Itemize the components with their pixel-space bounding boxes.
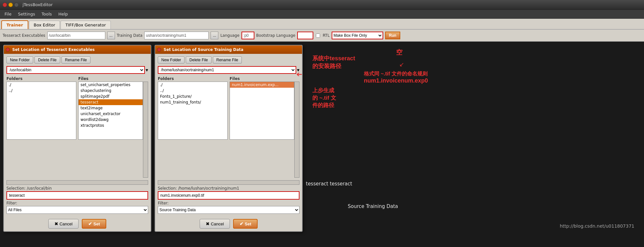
window-controls[interactable] bbox=[3, 3, 19, 7]
folders-list-left[interactable]: ./ ../ bbox=[6, 82, 76, 140]
footer-url: http://blog.csdn.net/u011807371 bbox=[560, 223, 635, 229]
maximize-button[interactable] bbox=[14, 3, 19, 7]
list-item[interactable]: num1_training_fonts/ bbox=[158, 99, 227, 105]
set-button-left[interactable]: ✔ Set bbox=[82, 219, 106, 229]
tesseract-dialog-titlebar: Set Location of Tesseract Executables bbox=[4, 45, 151, 54]
rtl-label: RTL bbox=[323, 33, 329, 38]
path-dropdown-left[interactable]: /usr/local/bin bbox=[6, 66, 145, 74]
annotation-tesseract-note: tesseract tesseract bbox=[306, 181, 352, 187]
annotation-source-note: Source Training Data bbox=[348, 203, 398, 209]
selection-input-right[interactable] bbox=[158, 191, 299, 200]
cancel-icon: ✖ bbox=[54, 221, 58, 226]
list-item[interactable]: unicharset_extractor bbox=[79, 111, 143, 117]
cancel-button-right[interactable]: ✖ Cancel bbox=[200, 219, 230, 229]
list-item[interactable]: ../ bbox=[7, 88, 76, 94]
list-item-tif[interactable]: num1.invoicenum.exp... bbox=[230, 82, 294, 88]
source-dialog-titlebar: Set Location of Source Training Data bbox=[155, 45, 302, 54]
source-training-dialog: Set Location of Source Training Data New… bbox=[155, 45, 303, 232]
scrollbar-right[interactable] bbox=[294, 82, 299, 178]
folders-list-right[interactable]: ./ ../ Fonts_1_picture/ num1_training_fo… bbox=[158, 82, 228, 140]
tesseract-executables-input[interactable] bbox=[47, 32, 105, 39]
hscroll-left[interactable] bbox=[6, 180, 148, 185]
tabbar: Trainer Box Editor TIFF/Box Generator bbox=[0, 19, 644, 30]
dialog-close-button[interactable] bbox=[6, 48, 10, 52]
language-label: Language bbox=[220, 33, 239, 38]
path-dropdown-right[interactable]: /home/lushan/ocrtraining/num1 bbox=[158, 66, 296, 74]
set-icon: ✔ bbox=[88, 221, 92, 226]
dialog2-close-button[interactable] bbox=[157, 48, 161, 52]
filter-label-right: Filter: bbox=[158, 201, 299, 205]
tab-tiff-box[interactable]: TIFF/Box Generator bbox=[61, 21, 110, 29]
menu-help[interactable]: Help bbox=[55, 10, 71, 18]
minimize-button[interactable] bbox=[8, 3, 13, 7]
list-item[interactable]: ./ bbox=[7, 82, 76, 88]
tesseract-dialog-title: Set Location of Tesseract Executables bbox=[12, 47, 95, 52]
annotation-tesseract-path: 系统中tesseract 的安装路径 bbox=[312, 54, 355, 70]
files-list-right[interactable]: num1.invoicenum.exp... bbox=[230, 82, 294, 140]
folders-label-right: Folders bbox=[158, 76, 228, 81]
files-panel-right: Files num1.invoicenum.exp... bbox=[230, 76, 299, 178]
list-item[interactable]: wordlist2dawg bbox=[79, 117, 143, 123]
list-item[interactable]: shapeclustering bbox=[79, 88, 143, 94]
browse-executables-button[interactable]: ... bbox=[107, 32, 115, 39]
scrollbar-left[interactable] bbox=[143, 82, 148, 178]
arrow-left: ➔ bbox=[296, 71, 302, 79]
path-row-left: /usr/local/bin ▼ bbox=[6, 66, 148, 74]
training-data-label: Training Data bbox=[117, 33, 143, 38]
files-list-left[interactable]: set_unicharset_properties shapeclusterin… bbox=[78, 82, 143, 140]
new-folder-button-right[interactable]: New Folder bbox=[158, 56, 185, 64]
selection-label-right: Selection: /home/lushan/ocrtraining/num1 bbox=[158, 186, 299, 191]
list-item[interactable]: text2image bbox=[79, 105, 143, 111]
file-area-right: Folders ./ ../ Fonts_1_picture/ num1_tra… bbox=[158, 76, 299, 178]
training-data-input[interactable] bbox=[144, 32, 209, 39]
source-dialog-toolbar: New Folder Delete File Rename File bbox=[158, 56, 299, 64]
annotation-format: 格式同 ~.tif 文件的命名规则 num1.invoicenum.exp0 bbox=[364, 71, 428, 84]
delete-file-button-left[interactable]: Delete File bbox=[34, 56, 60, 64]
list-item[interactable]: set_unicharset_properties bbox=[79, 82, 143, 88]
cancel-button-left[interactable]: ✖ Cancel bbox=[48, 219, 79, 229]
selection-input-left[interactable] bbox=[6, 191, 148, 200]
main-area: Set Location of Tesseract Executables Ne… bbox=[0, 42, 644, 235]
list-item[interactable]: ../ bbox=[158, 88, 227, 94]
files-label-right: Files bbox=[230, 76, 299, 81]
menu-file[interactable]: File bbox=[1, 10, 15, 18]
filter-select-left[interactable]: All Files bbox=[6, 206, 148, 214]
menu-settings[interactable]: Settings bbox=[15, 10, 38, 18]
selection-label-left: Selection: /usr/local/bin bbox=[6, 186, 148, 191]
tesseract-dialog-toolbar: New Folder Delete File Rename File bbox=[6, 56, 148, 64]
toolbar: Tesseract Executables ... Training Data … bbox=[0, 30, 644, 42]
app-title: jTessBoxEditor bbox=[23, 2, 53, 7]
tesseract-executables-dialog: Set Location of Tesseract Executables Ne… bbox=[3, 45, 151, 232]
language-input[interactable] bbox=[242, 32, 254, 39]
folders-panel-left: Folders ./ ../ bbox=[6, 76, 76, 178]
list-item-tesseract[interactable]: tesseract bbox=[79, 99, 143, 105]
list-item[interactable]: xtractprotos bbox=[79, 123, 143, 128]
rename-file-button-right[interactable]: Rename File bbox=[213, 56, 242, 64]
source-dialog-body: New Folder Delete File Rename File /home… bbox=[155, 54, 302, 216]
bootstrap-language-input[interactable] bbox=[297, 32, 313, 39]
list-item[interactable]: Fonts_1_picture/ bbox=[158, 94, 227, 99]
close-button[interactable] bbox=[3, 3, 7, 7]
annotation-empty: 空 bbox=[396, 48, 402, 57]
run-button[interactable]: Run bbox=[385, 32, 400, 39]
file-area-left: Folders ./ ../ Files set_unicharset_prop… bbox=[6, 76, 148, 178]
annotation-tif-path: 上步生成 的 ~.tif 文 件的路径 bbox=[312, 87, 336, 109]
set-button-right[interactable]: ✔ Set bbox=[233, 219, 258, 229]
delete-file-button-right[interactable]: Delete File bbox=[186, 56, 211, 64]
list-item[interactable]: ./ bbox=[158, 82, 227, 88]
rtl-checkbox[interactable] bbox=[316, 34, 320, 38]
browse-training-button[interactable]: ... bbox=[211, 32, 218, 39]
list-item[interactable]: splitimage2pdf bbox=[79, 94, 143, 99]
menu-tools[interactable]: Tools bbox=[38, 10, 55, 18]
new-folder-button-left[interactable]: New Folder bbox=[6, 56, 33, 64]
hscroll-right[interactable] bbox=[158, 180, 299, 185]
rename-file-button-left[interactable]: Rename File bbox=[62, 56, 90, 64]
titlebar: jTessBoxEditor bbox=[0, 0, 644, 10]
tab-box-editor[interactable]: Box Editor bbox=[29, 21, 60, 29]
folders-panel-right: Folders ./ ../ Fonts_1_picture/ num1_tra… bbox=[158, 76, 228, 178]
make-box-select[interactable]: Make Box File Only bbox=[332, 32, 383, 39]
set-icon-right: ✔ bbox=[240, 221, 243, 226]
filter-select-right[interactable]: Source Training Data bbox=[158, 206, 299, 214]
tesseract-dialog-footer: ✖ Cancel ✔ Set bbox=[4, 216, 151, 231]
tab-trainer[interactable]: Trainer bbox=[1, 20, 28, 29]
